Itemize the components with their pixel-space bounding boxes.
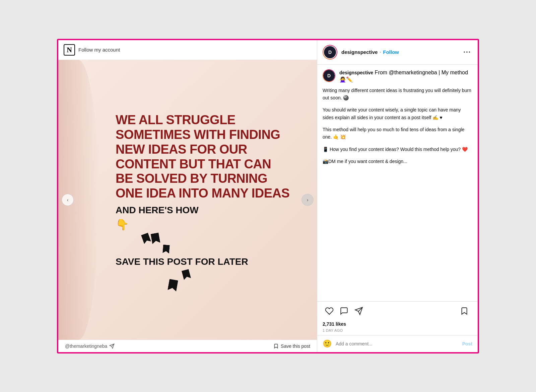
send-icon bbox=[109, 343, 115, 349]
emoji-picker-button[interactable]: 🙂 bbox=[323, 339, 332, 348]
bookmark-icons-group2 bbox=[162, 244, 290, 254]
bookmark-icon bbox=[460, 307, 469, 315]
likes-count: 2,731 likes bbox=[323, 321, 346, 327]
caption-area: D designspective From @themarketingneba … bbox=[317, 65, 478, 301]
bookmark-icon-4 bbox=[182, 269, 191, 280]
post-content-block: WE ALL STRUGGLE SOMETIMES WITH FINDING N… bbox=[72, 103, 303, 296]
post-comment-button[interactable]: Post bbox=[462, 341, 472, 346]
comment-icon bbox=[340, 307, 348, 315]
comment-button[interactable] bbox=[337, 304, 351, 318]
header-username-text: designspective bbox=[341, 49, 378, 55]
follow-account-text: Follow my account bbox=[78, 47, 120, 53]
avatar-logo: D bbox=[324, 46, 336, 58]
bookmark-icon-1 bbox=[141, 233, 151, 244]
save-post-button[interactable]: Save this post bbox=[273, 343, 310, 349]
caption-header: D designspective From @themarketingneba … bbox=[323, 69, 472, 83]
caption-paragraph-1: Writing many different content ideas is … bbox=[323, 87, 472, 102]
dot-separator: · bbox=[380, 50, 381, 55]
heart-icon bbox=[325, 307, 334, 315]
right-panel: D designspective · Follow ··· D bbox=[317, 40, 478, 352]
more-options-button[interactable]: ··· bbox=[462, 48, 472, 56]
caption-paragraph-2: You should write your content wisely, a … bbox=[323, 106, 472, 121]
bookmark-icon-5 bbox=[168, 279, 178, 292]
left-panel: N Follow my account ‹ WE ALL STRUGGLE SO… bbox=[58, 40, 317, 352]
share-button[interactable] bbox=[352, 304, 365, 318]
like-button[interactable] bbox=[323, 304, 336, 318]
caption-avatar: D bbox=[323, 69, 335, 82]
post-image-area: ‹ WE ALL STRUGGLE SOMETIMES WITH FINDING… bbox=[58, 60, 317, 340]
post-save-text: SAVE THIS POST FOR LATER bbox=[116, 256, 290, 267]
likes-section: 2,731 likes bbox=[317, 320, 478, 328]
carousel-prev-button[interactable]: ‹ bbox=[62, 194, 74, 206]
caption-avatar-inner: D bbox=[323, 70, 335, 81]
app-container: N Follow my account ‹ WE ALL STRUGGLE SO… bbox=[57, 39, 479, 354]
carousel-next-button[interactable]: › bbox=[302, 194, 314, 206]
header-info: designspective · Follow bbox=[341, 49, 462, 55]
comment-input[interactable] bbox=[336, 341, 458, 346]
post-sub-headline: AND HERE'S HOW bbox=[116, 205, 290, 216]
comment-area: 🙂 Post bbox=[317, 335, 478, 352]
header-username-row: designspective · Follow bbox=[341, 49, 462, 55]
save-button[interactable] bbox=[458, 304, 471, 318]
save-post-label: Save this post bbox=[281, 343, 310, 349]
bookmark-icons-group bbox=[142, 234, 290, 243]
caption-username: designspective bbox=[339, 70, 373, 75]
bookmark-icon-3 bbox=[162, 244, 170, 253]
action-bar bbox=[317, 301, 478, 320]
user-avatar-inner: D bbox=[323, 46, 337, 59]
post-main-headline: WE ALL STRUGGLE SOMETIMES WITH FINDING N… bbox=[116, 113, 290, 201]
caption-body: Writing many different content ideas is … bbox=[323, 87, 472, 165]
follow-button[interactable]: Follow bbox=[383, 49, 399, 55]
handle-text: @themarketingneba bbox=[65, 343, 107, 349]
caption-text-block: designspective From @themarketingneba | … bbox=[339, 69, 472, 83]
post-emoji-point: 👇 bbox=[116, 218, 290, 231]
bookmark-icons-group3 bbox=[183, 270, 290, 279]
notion-logo: N bbox=[64, 44, 75, 56]
caption-paragraph-5: 📸DM me if you want content & design... bbox=[323, 158, 472, 165]
post-time: 1 DAY AGO bbox=[317, 328, 478, 335]
top-bar: N Follow my account bbox=[58, 40, 317, 60]
bookmark-save-icon bbox=[273, 343, 279, 349]
caption-avatar-logo: D bbox=[323, 70, 335, 81]
post-bottom-bar: @themarketingneba Save this post bbox=[58, 340, 317, 352]
bookmark-icons-group4 bbox=[169, 281, 290, 290]
share-icon bbox=[354, 307, 363, 315]
user-avatar-wrapper: D bbox=[323, 45, 337, 60]
caption-paragraph-4: 📱 How you find your content ideas? Would… bbox=[323, 146, 472, 153]
bookmark-icon-2 bbox=[150, 232, 160, 244]
post-header: D designspective · Follow ··· bbox=[317, 40, 478, 65]
post-handle: @themarketingneba bbox=[65, 343, 115, 349]
caption-paragraph-3: This method will help you so much to fin… bbox=[323, 126, 472, 141]
